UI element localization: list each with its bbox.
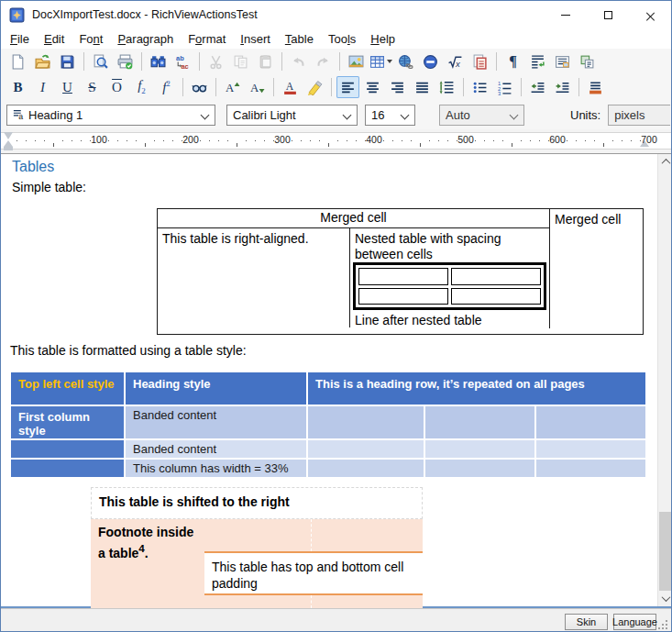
save-button[interactable] [56, 50, 79, 72]
font-combo[interactable]: Calibri Light [226, 105, 358, 126]
align-left-button[interactable] [336, 76, 359, 98]
paragraph-shading-button[interactable] [584, 76, 607, 98]
insert-table-button[interactable] [369, 50, 392, 72]
grow-font-button[interactable]: A [221, 76, 244, 98]
insert-equation-button[interactable]: x [444, 50, 467, 72]
subscript-button[interactable]: f2 [130, 76, 153, 98]
close-button[interactable] [629, 1, 671, 28]
align-center-button[interactable] [361, 76, 384, 98]
scroll-down-button[interactable] [658, 591, 672, 606]
insert-horizontal-line-button[interactable] [419, 50, 442, 72]
ruler-tick [539, 140, 540, 141]
maximize-button[interactable] [587, 1, 629, 28]
align-right-button[interactable] [386, 76, 409, 98]
print-button[interactable] [114, 50, 137, 72]
highlight-button[interactable] [303, 76, 326, 98]
open-button[interactable] [31, 50, 54, 72]
status-bar: Skin Language [1, 608, 671, 632]
toolbar-separator [578, 78, 579, 96]
ruler-tick [154, 140, 155, 141]
chevron-down-icon [510, 110, 519, 119]
decrease-indent-button[interactable] [526, 76, 549, 98]
open-icon [35, 54, 50, 70]
paste-special-button[interactable] [468, 50, 491, 72]
style-combo[interactable]: a Heading 1 [6, 105, 215, 126]
strikethrough-button[interactable]: S [81, 76, 104, 98]
bullet-list-button[interactable] [468, 76, 491, 98]
first-line-indent-marker[interactable] [4, 132, 13, 139]
menu-item-insert[interactable]: Insert [233, 29, 278, 49]
left-indent-handle[interactable] [4, 147, 13, 150]
svg-text:A: A [226, 82, 235, 94]
hidden-text-button[interactable] [188, 76, 211, 98]
print-icon [117, 54, 133, 70]
text-flow-button[interactable] [526, 50, 549, 72]
bold-button[interactable]: B [6, 76, 29, 98]
font-size-value: 16 [371, 108, 384, 122]
ruler-tick [457, 140, 457, 141]
numbered-list-button[interactable]: 123 [493, 76, 516, 98]
styled-cell [536, 460, 645, 477]
skin-button[interactable]: Skin [565, 614, 608, 630]
line-spacing-button[interactable] [435, 76, 458, 98]
scrollbar-thumb[interactable] [659, 512, 672, 591]
shrink-font-button[interactable]: A [246, 76, 269, 98]
redo-icon [315, 54, 331, 70]
increase-indent-button[interactable] [551, 76, 574, 98]
print-preview-button[interactable] [89, 50, 112, 72]
styled-cell [425, 406, 534, 438]
superscript-button[interactable]: f2 [155, 76, 178, 98]
ruler-tick [44, 140, 45, 141]
italic-button[interactable]: I [31, 76, 54, 98]
styled-cell-first-column [11, 460, 124, 477]
units-label: Units: [570, 108, 600, 122]
underline-button[interactable]: U [56, 76, 79, 98]
undo-button[interactable] [287, 50, 310, 72]
font-size-combo[interactable]: 16 [365, 105, 415, 126]
justify-button[interactable] [411, 76, 434, 98]
menu-item-tools[interactable]: Tools [321, 29, 363, 49]
toolbar-separator [331, 78, 332, 96]
menu-item-table[interactable]: Table [278, 29, 321, 49]
insert-picture-button[interactable] [345, 50, 368, 72]
minimize-button[interactable] [545, 1, 587, 28]
scroll-up-button[interactable] [658, 154, 672, 170]
find-button[interactable] [147, 50, 170, 72]
chevron-down-icon [401, 110, 410, 119]
menu-item-file[interactable]: File [3, 29, 37, 49]
paragraph-style-icon: a [13, 108, 26, 121]
menu-item-format[interactable]: Format [181, 29, 233, 49]
insert-frame-button[interactable] [576, 50, 599, 72]
padded-cell: This table has top and bottom cell paddi… [204, 551, 423, 595]
resize-grip[interactable] [657, 619, 668, 630]
zoom-combo[interactable]: Auto [439, 105, 524, 126]
ruler-tick [292, 140, 292, 141]
styled-cell [536, 406, 645, 438]
cut-button[interactable] [204, 50, 227, 72]
insert-text-box-button[interactable] [551, 50, 574, 72]
left-indent-marker[interactable] [4, 140, 13, 147]
ruler-tick [493, 140, 494, 141]
copy-button[interactable] [229, 50, 252, 72]
redo-button[interactable] [312, 50, 335, 72]
svg-text:a: a [18, 112, 23, 121]
vertical-scrollbar[interactable] [657, 154, 672, 606]
font-color-button[interactable]: A [279, 76, 302, 98]
insert-hyperlink-button[interactable] [394, 50, 417, 72]
menu-bar: FileEditFontParagraphFormatInsertTableTo… [1, 28, 671, 49]
menu-item-edit[interactable]: Edit [37, 29, 72, 49]
ruler-tick [594, 140, 595, 141]
units-combo[interactable]: pixels [608, 105, 670, 126]
menu-item-help[interactable]: Help [363, 29, 402, 49]
document-editor[interactable]: Tables Simple table: Merged cell Merged … [1, 154, 672, 608]
overline-button[interactable]: O [105, 76, 128, 98]
language-button[interactable]: Language [613, 614, 656, 630]
replace-button[interactable]: abac [171, 50, 194, 72]
menu-item-font[interactable]: Font [72, 29, 110, 49]
styled-cell: Banded content [126, 406, 306, 438]
styled-table: Top left cell style Heading style This i… [11, 372, 645, 477]
paste-button[interactable] [254, 50, 277, 72]
new-document-button[interactable] [6, 50, 29, 72]
menu-item-paragraph[interactable]: Paragraph [110, 29, 181, 49]
show-formatting-marks-button[interactable]: ¶ [501, 50, 524, 72]
